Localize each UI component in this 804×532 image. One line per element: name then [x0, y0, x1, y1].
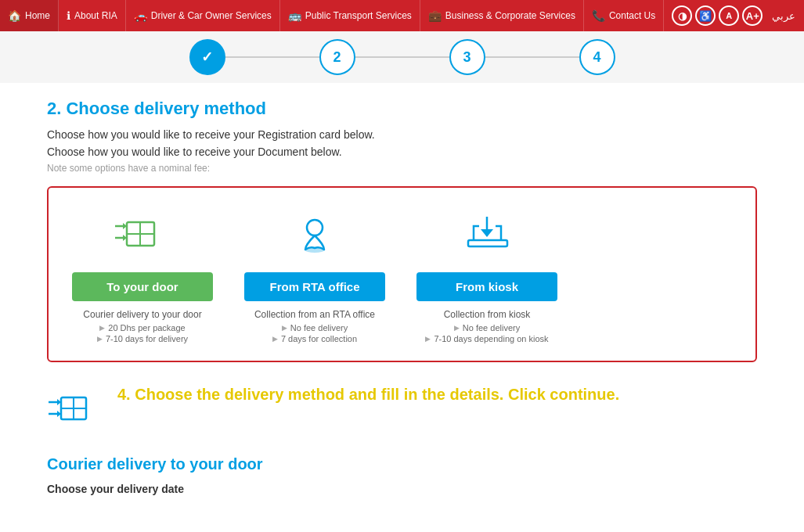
to-your-door-button[interactable]: To your door [72, 272, 213, 301]
from-rta-button[interactable]: From RTA office [244, 272, 385, 301]
kiosk-detail-2: 7-10 days depending on kiosk [425, 334, 548, 343]
bus-icon: 🚌 [288, 9, 301, 22]
contrast-button[interactable]: ◑ [672, 5, 692, 26]
delivery-truck-icon [115, 210, 170, 257]
rta-icon-area [291, 207, 338, 261]
nav-contact-label: Contact Us [609, 10, 655, 21]
delivery-option-rta: From RTA office Collection from an RTA o… [236, 207, 393, 345]
section-title: 2. Choose delivery method [47, 99, 757, 119]
main-content: 2. Choose delivery method Choose how you… [0, 83, 804, 511]
step-3-circle: 3 [449, 39, 485, 75]
delivery-option-kiosk: From kiosk Collection from kiosk No fee … [409, 207, 565, 345]
nav-contact[interactable]: 📞 Contact Us [584, 0, 664, 31]
svg-marker-11 [481, 229, 493, 237]
step-1-circle: ✓ [189, 39, 225, 75]
svg-point-7 [307, 220, 323, 235]
delivery-option-door: To your door Courier delivery to your do… [64, 207, 221, 345]
font-large-button[interactable]: A+ [742, 5, 763, 26]
door-detail-1: 20 Dhs per package [99, 323, 185, 332]
navbar: 🏠 Home ℹ About RIA 🚗 Driver & Car Owner … [0, 0, 804, 31]
info-icon: ℹ [67, 9, 70, 22]
step-2-circle: 2 [319, 39, 355, 75]
nav-driver-label: Driver & Car Owner Services [151, 10, 272, 21]
phone-icon: 📞 [592, 9, 605, 22]
courier-icon-small [47, 386, 102, 437]
arabic-language-button[interactable]: عربي [766, 10, 802, 22]
small-delivery-icon [47, 386, 102, 437]
step-2: 2 [319, 39, 355, 75]
instruction-text: 4. Choose the delivery method and fill i… [117, 386, 619, 404]
nav-about-ria[interactable]: ℹ About RIA [59, 0, 126, 31]
location-pin-icon [291, 210, 338, 257]
nav-public-transport[interactable]: 🚌 Public Transport Services [280, 0, 420, 31]
delivery-options-box: To your door Courier delivery to your do… [47, 186, 757, 362]
nav-home-label: Home [25, 10, 50, 21]
courier-section-title: Courier delivery to your door [47, 455, 757, 473]
door-detail-2: 7-10 days for delivery [97, 334, 188, 343]
steps-bar: ✓ 2 3 4 [0, 31, 804, 83]
accessibility-button[interactable]: ♿ [695, 5, 716, 26]
briefcase-icon: 💼 [428, 9, 442, 22]
step-4-circle: 4 [579, 39, 615, 75]
svg-rect-9 [468, 240, 507, 246]
rta-detail-1: No fee delivery [282, 323, 348, 332]
kiosk-download-icon [462, 210, 513, 257]
step-3: 3 [449, 39, 485, 75]
door-icon-area [115, 207, 170, 261]
step-4: 4 [579, 39, 615, 75]
svg-point-8 [305, 248, 324, 253]
section-note: Note some options have a nominal fee: [47, 163, 757, 174]
nav-about-label: About RIA [74, 10, 117, 21]
nav-accessibility-group: ◑ ♿ A A+ عربي [664, 0, 804, 31]
nav-business-label: Business & Corporate Services [445, 10, 575, 21]
kiosk-icon-area [462, 207, 513, 261]
rta-detail-2: 7 days for collection [272, 334, 357, 343]
car-icon: 🚗 [134, 9, 147, 22]
section-desc-1: Choose how you would like to receive you… [47, 128, 757, 141]
kiosk-option-label: Collection from kiosk [444, 309, 531, 320]
door-option-label: Courier delivery to your door [83, 309, 201, 320]
from-kiosk-button[interactable]: From kiosk [416, 272, 557, 301]
nav-business[interactable]: 💼 Business & Corporate Services [420, 0, 584, 31]
rta-option-label: Collection from an RTA office [254, 309, 375, 320]
nav-driver-car[interactable]: 🚗 Driver & Car Owner Services [126, 0, 280, 31]
step-1: ✓ [189, 39, 225, 75]
step-line-2 [355, 56, 449, 58]
section-desc-2: Choose how you would like to receive you… [47, 146, 757, 158]
nav-home[interactable]: 🏠 Home [0, 0, 59, 31]
instruction-box: 4. Choose the delivery method and fill i… [47, 386, 757, 437]
home-icon: 🏠 [8, 9, 21, 22]
kiosk-detail-1: No fee delivery [454, 323, 520, 332]
step-line-3 [485, 56, 579, 58]
font-normal-button[interactable]: A [719, 5, 739, 26]
step-line-1 [225, 56, 319, 58]
courier-subtitle: Choose your delivery date [47, 483, 757, 495]
nav-transport-label: Public Transport Services [305, 10, 412, 21]
